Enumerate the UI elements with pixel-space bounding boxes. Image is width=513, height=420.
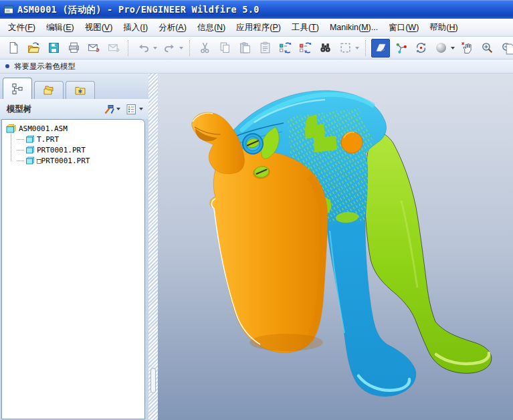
find-button[interactable]	[316, 39, 334, 58]
model-tree-header: 模型树	[0, 99, 148, 119]
print-icon	[68, 41, 80, 54]
paste-special-button[interactable]	[255, 39, 274, 58]
tree-settings-button[interactable]	[103, 104, 122, 115]
part-icon	[25, 156, 34, 165]
tree-show-caret	[139, 108, 143, 110]
graphics-viewport[interactable]	[158, 74, 513, 420]
menu-analysis[interactable]: 分析(A)	[153, 20, 192, 35]
tab-model-tree[interactable]	[3, 78, 32, 99]
sash-handle[interactable]	[150, 368, 156, 393]
window-titlebar[interactable]: ASM0001 (活动的) - Pro/ENGINEER Wildfire 5.…	[0, 0, 513, 19]
navigator-tabbar	[0, 74, 148, 99]
menu-bar: 文件(F) 编辑(E) 视图(V) 插入(I) 分析(A) 信息(N) 应用程序…	[0, 19, 513, 37]
page-icon	[504, 43, 513, 56]
status-message: 将要显示着色模型	[14, 62, 76, 72]
mail-link-icon	[108, 41, 120, 54]
part-icon	[25, 146, 34, 154]
window-title: ASM0001 (活动的) - Pro/ENGINEER Wildfire 5.…	[17, 4, 260, 16]
print-button[interactable]	[64, 39, 83, 58]
tree-show-button[interactable]	[126, 104, 144, 115]
save-button[interactable]	[44, 39, 63, 58]
spin-center-button[interactable]	[411, 39, 430, 58]
tree-row-part[interactable]: □PRT0001.PRT	[2, 155, 144, 166]
select-rectangle-button[interactable]	[336, 39, 354, 58]
tree-guide-line	[11, 134, 11, 161]
proe-window: { "window": { "title": "ASM0001 (活动的) - …	[0, 0, 513, 420]
regenerate-button[interactable]	[276, 39, 294, 58]
menu-info[interactable]: 信息(N)	[192, 20, 231, 35]
mail-link-button[interactable]	[104, 39, 123, 58]
toolbar-separator	[128, 40, 129, 56]
cut-button[interactable]	[195, 39, 214, 58]
app-icon	[3, 5, 14, 15]
zoom-in-button[interactable]	[478, 39, 496, 58]
paste-special-icon	[259, 41, 272, 54]
new-file-button[interactable]	[4, 39, 23, 58]
menu-applications[interactable]: 应用程序(P)	[231, 20, 286, 35]
folder-star-icon	[74, 84, 86, 96]
regenerate-manual-button[interactable]	[296, 39, 314, 58]
message-bar: 将要显示着色模型	[0, 60, 513, 74]
pivot-circle	[341, 132, 363, 153]
cut-icon	[199, 41, 211, 54]
menu-tools[interactable]: 工具(T)	[286, 20, 324, 35]
show-list-icon	[126, 104, 137, 115]
pivot-screw-boss	[243, 134, 263, 154]
main-region: 模型树	[0, 74, 513, 420]
send-mail-icon	[88, 41, 100, 54]
render-style-button[interactable]	[431, 39, 450, 58]
copy-button[interactable]	[215, 39, 234, 58]
pan-button[interactable]	[457, 39, 476, 58]
datum-display-icon	[395, 41, 407, 54]
paste-button[interactable]	[235, 39, 254, 58]
undo-menu-caret[interactable]	[153, 47, 157, 49]
menu-view[interactable]: 视图(V)	[80, 20, 118, 35]
menu-manikin[interactable]: Manikin(M)...	[324, 21, 383, 34]
select-menu-caret[interactable]	[355, 47, 359, 49]
open-button[interactable]	[24, 39, 43, 58]
panel-sash[interactable]	[148, 74, 158, 420]
assembly-icon	[6, 124, 16, 133]
message-bullet-icon	[5, 64, 9, 68]
pan-hand-icon	[461, 41, 474, 54]
tab-folder-browser[interactable]	[34, 81, 64, 99]
render-style-sphere-icon	[435, 41, 447, 54]
datum-display-button[interactable]	[391, 39, 410, 58]
render-style-caret[interactable]	[451, 47, 455, 49]
toolbar-separator	[365, 40, 367, 56]
panel-title: 模型树	[7, 104, 99, 115]
menu-file[interactable]: 文件(F)	[3, 20, 41, 35]
menu-help[interactable]: 帮助(H)	[424, 20, 463, 35]
part-icon	[25, 135, 34, 143]
undo-icon	[137, 41, 150, 54]
tree-row-part[interactable]: PRT0001.PRT	[2, 144, 144, 155]
spin-center-icon	[415, 41, 427, 54]
menu-insert[interactable]: 插入(I)	[118, 20, 153, 35]
main-toolbar	[0, 37, 513, 60]
redo-icon	[163, 41, 176, 54]
open-folder-icon	[27, 41, 40, 54]
find-icon	[319, 41, 332, 54]
tree-item-label: T.PRT	[37, 135, 59, 144]
tools-icon	[103, 104, 114, 115]
tree-row-assembly[interactable]: ASM0001.ASM	[2, 123, 144, 134]
navigator-panel: 模型树	[0, 74, 148, 420]
shaded-display-icon	[375, 41, 387, 54]
send-mail-button[interactable]	[84, 39, 103, 58]
redo-menu-caret[interactable]	[179, 47, 183, 49]
tree-item-label: ASM0001.ASM	[19, 124, 68, 133]
tree-row-part[interactable]: T.PRT	[2, 134, 144, 144]
redo-button[interactable]	[160, 39, 179, 58]
menu-window[interactable]: 窗口(W)	[383, 20, 424, 35]
model-tree-icon	[11, 83, 23, 95]
tree-item-label: □PRT0001.PRT	[37, 156, 90, 165]
zoom-in-icon	[481, 41, 494, 54]
tab-favorites[interactable]	[66, 81, 95, 99]
menu-edit[interactable]: 编辑(E)	[41, 20, 80, 35]
clipped-edge-button[interactable]	[500, 39, 513, 58]
undo-button[interactable]	[134, 39, 152, 58]
shaded-display-button[interactable]	[371, 39, 390, 58]
tree-guide-stub	[17, 161, 24, 161]
select-rectangle-icon	[339, 41, 352, 54]
tree-guide-stub	[17, 150, 24, 150]
